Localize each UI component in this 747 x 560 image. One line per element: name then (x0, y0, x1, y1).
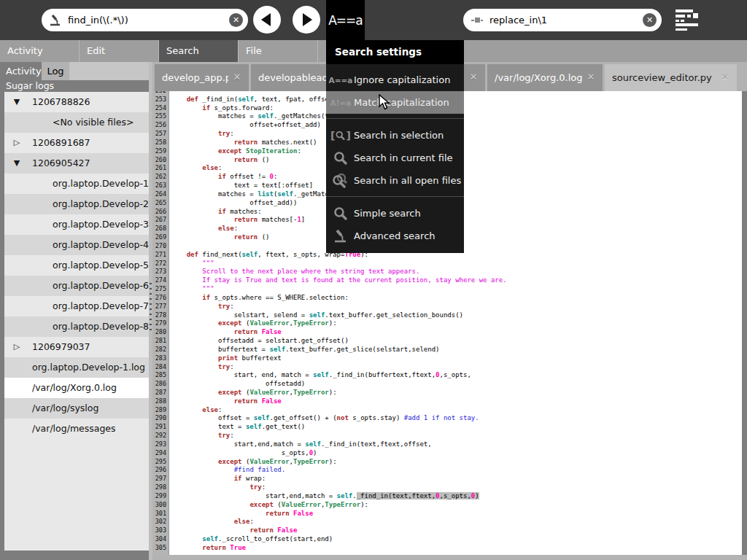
tree-row[interactable]: /var/log/messages (4, 419, 149, 439)
line-number: 302 (152, 518, 169, 526)
tree-row-label: org.laptop.Develop-7. (53, 296, 149, 316)
menu-item-search-in-current-file[interactable]: Search in current file (326, 147, 464, 169)
menu-item-search-in-all-open-files[interactable]: Search in all open files (326, 169, 464, 192)
sidebar-tab-filler (69, 62, 149, 80)
triangle-left-icon (253, 6, 281, 34)
menu-item-match-capitalization[interactable]: A!=aMatch capitalization (326, 91, 464, 114)
code-line: return False (171, 328, 742, 337)
line-number: 288 (152, 397, 169, 406)
expander-right-icon[interactable]: ▷ (10, 337, 23, 357)
menu-item-search-in-selection[interactable]: []Search in selection (326, 124, 464, 147)
tree-row[interactable]: ▼1206905427 (4, 153, 149, 174)
line-number: 305 (152, 544, 169, 553)
tree-row[interactable]: org.laptop.Develop-7. (4, 296, 149, 316)
code-line: try: (171, 483, 742, 492)
menu-tab-edit[interactable]: Edit (80, 40, 159, 62)
sidebar-header: Sugar logs (6, 80, 54, 92)
tree-row[interactable]: org.laptop.Develop-6. (4, 276, 149, 296)
tree-row[interactable]: /var/log/Xorg.0.log (4, 378, 149, 398)
code-line: try: (171, 303, 742, 311)
line-number: 257 (152, 130, 169, 139)
tree-row[interactable]: <No visible files> (4, 112, 149, 133)
line-number: 297 (152, 475, 169, 483)
tree-row-label: /var/log/Xorg.0.log (32, 378, 117, 398)
tree-row[interactable]: org.laptop.Develop-1.log (4, 357, 149, 378)
expander-down-icon[interactable]: ▼ (10, 92, 23, 112)
close-icon[interactable]: ✕ (231, 71, 244, 84)
log-tree[interactable]: ▼1206788826<No visible files>▷1206891687… (4, 92, 149, 551)
line-number: 272 (152, 260, 169, 268)
sidebar-tab-log[interactable]: Log (42, 62, 69, 80)
expander-down-icon[interactable]: ▼ (10, 153, 23, 174)
code-line: if wrap: (171, 475, 742, 483)
tree-row[interactable]: org.laptop.Develop-3. (4, 214, 149, 235)
line-number: 260 (152, 156, 169, 165)
line-number: 289 (152, 406, 169, 415)
code-line: try: (171, 432, 742, 440)
simple-search-icon (330, 206, 351, 222)
menu-tab-search[interactable]: Search (159, 40, 239, 62)
advanced-search-icon (49, 14, 62, 27)
tree-row-label: org.laptop.Develop-1.log (32, 357, 145, 378)
line-number: 278 (152, 311, 169, 320)
code-line: return False (171, 510, 742, 518)
match-capitalization-icon: A!=a (330, 98, 351, 107)
tree-row[interactable]: /var/log/syslog (4, 398, 149, 419)
tree-row[interactable]: org.laptop.Develop-4. (4, 235, 149, 255)
menu-tab-file[interactable]: File (239, 40, 318, 62)
code-line: else: (171, 518, 742, 526)
menu-item-label: Search in all open files (354, 175, 461, 186)
line-number: 275 (152, 285, 169, 294)
splitter-grip-icon[interactable] (150, 283, 152, 334)
log-list-icon[interactable] (671, 4, 703, 36)
tree-row[interactable]: org.laptop.Develop-5. (4, 255, 149, 276)
tree-row[interactable]: ▷1206979037 (4, 337, 149, 357)
search-settings-button[interactable]: A==a (326, 0, 365, 40)
menu-item-simple-search[interactable]: Simple search (326, 202, 464, 225)
menu-item-ignore-capitalization[interactable]: A==aIgnore capitalization (326, 69, 464, 91)
tree-row[interactable]: org.laptop.Develop-1. (4, 174, 149, 194)
code-line: Scroll to the next place where the strin… (171, 268, 742, 276)
code-line: text = self.get_text() (171, 423, 742, 432)
menu-tab-activity[interactable]: Activity (0, 40, 80, 62)
close-icon[interactable]: ✕ (584, 71, 597, 84)
replace-input-value[interactable]: replace_in\1 (489, 15, 643, 26)
clear-replace-icon[interactable]: ✕ (643, 13, 657, 27)
line-number: 304 (152, 535, 169, 544)
search-in-all-open-files-icon (330, 173, 351, 189)
editor-tab[interactable]: /var/log/Xorg.0.log✕ (487, 64, 603, 91)
find-input[interactable]: find_in(\(.*\)) ✕ (42, 9, 248, 31)
code-line: start,end,match = self._find_in(text,fte… (171, 440, 742, 449)
line-number: 292 (152, 432, 169, 440)
tree-row[interactable]: ▷1206891687 (4, 133, 149, 153)
vertical-scrollbar[interactable] (742, 91, 747, 555)
expander-right-icon[interactable]: ▷ (10, 133, 23, 153)
menu-item-advanced-search[interactable]: Advanced search (326, 225, 464, 247)
menu-separator (326, 192, 464, 202)
clear-find-icon[interactable]: ✕ (229, 13, 243, 27)
horizontal-scrollbar[interactable] (152, 555, 747, 560)
close-icon[interactable]: ✕ (719, 71, 732, 84)
editor-tab[interactable]: sourceview_editor.py✕ (605, 64, 737, 91)
line-number: 294 (152, 449, 169, 458)
line-number: 270 (152, 242, 169, 251)
editor-tab-label: sourceview_editor.py (612, 64, 716, 91)
line-number: 268 (152, 225, 169, 233)
tree-row-label: org.laptop.Develop-4. (53, 235, 149, 255)
line-number: 264 (152, 190, 169, 199)
tree-row[interactable]: ▼1206788826 (4, 92, 149, 112)
replace-input[interactable]: replace_in\1 ✕ (463, 9, 662, 31)
tree-row-label: org.laptop.Develop-2. (53, 194, 149, 214)
tree-row[interactable]: org.laptop.Develop-2. (4, 194, 149, 214)
find-input-value[interactable]: find_in(\(.*\)) (68, 15, 229, 26)
case-button-label: A==a (328, 13, 363, 28)
line-number: 295 (152, 458, 169, 467)
triangle-right-icon (293, 6, 320, 34)
editor-tab[interactable]: develop_app.py✕ (155, 64, 249, 91)
tree-row-label: 1206905427 (32, 153, 90, 174)
find-previous-button[interactable] (253, 6, 281, 34)
tree-row[interactable]: org.laptop.Develop-8. (4, 316, 149, 337)
find-next-button[interactable] (293, 6, 320, 34)
close-icon[interactable]: ✕ (467, 71, 480, 84)
sidebar-tab-activity[interactable]: Activity (6, 62, 42, 80)
